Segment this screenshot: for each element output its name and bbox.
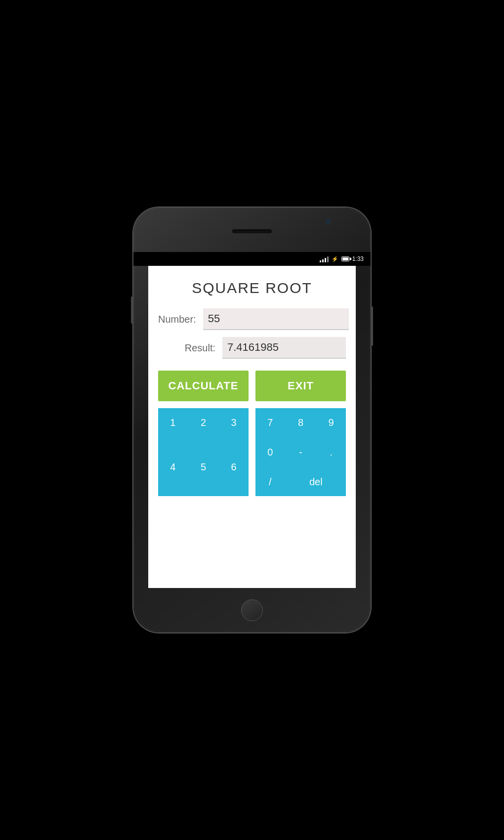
result-label: Result:: [158, 342, 222, 354]
app-content: SQUARE ROOT Number: Result: 7.4161985 CA…: [148, 266, 356, 588]
key-dot[interactable]: .: [316, 438, 346, 466]
status-bar: ⚡ 1:33: [133, 252, 371, 266]
number-input[interactable]: [203, 308, 349, 330]
number-row: Number:: [158, 308, 346, 330]
volume-button[interactable]: [131, 296, 133, 324]
status-time: 1:33: [352, 255, 364, 262]
signal-icon: [320, 255, 329, 262]
key-2[interactable]: 2: [189, 408, 218, 437]
keypad-right: 7 8 9 0 - . / del: [255, 408, 346, 496]
key-7[interactable]: 7: [255, 408, 285, 437]
exit-button[interactable]: EXIT: [255, 371, 346, 401]
phone-device: ⚡ 1:33 SQUARE ROOT Number: Result: 7.416…: [133, 208, 371, 632]
key-0[interactable]: 0: [255, 438, 285, 466]
front-camera: [325, 218, 331, 224]
action-buttons: CALCULATE EXIT: [158, 371, 346, 401]
keypad-left: 1 2 3 4 5 6: [158, 408, 249, 496]
power-button[interactable]: [371, 306, 373, 346]
key-8[interactable]: 8: [286, 408, 316, 437]
app-title: SQUARE ROOT: [158, 280, 346, 296]
keypad-section: 1 2 3 4 5 6 7 8 9 0 - . / del: [158, 408, 346, 496]
key-3[interactable]: 3: [219, 408, 249, 437]
calculate-button[interactable]: CALCULATE: [158, 371, 249, 401]
key-6[interactable]: 6: [219, 453, 249, 481]
bottom-bezel: [133, 588, 371, 632]
key-1[interactable]: 1: [158, 408, 188, 437]
battery-icon: [341, 256, 349, 261]
phone-screen: SQUARE ROOT Number: Result: 7.4161985 CA…: [148, 266, 356, 588]
battery-bolt-icon: ⚡: [332, 256, 338, 262]
top-bezel: [133, 208, 371, 252]
key-minus[interactable]: -: [286, 438, 316, 466]
key-5[interactable]: 5: [189, 453, 218, 481]
result-value: 7.4161985: [222, 337, 346, 359]
speaker: [232, 229, 272, 233]
key-del[interactable]: del: [286, 467, 346, 496]
number-label: Number:: [158, 314, 203, 325]
result-row: Result: 7.4161985: [158, 337, 346, 359]
home-button[interactable]: [241, 599, 263, 621]
key-9[interactable]: 9: [316, 408, 346, 437]
key-slash[interactable]: /: [255, 467, 285, 496]
key-4[interactable]: 4: [158, 453, 188, 481]
